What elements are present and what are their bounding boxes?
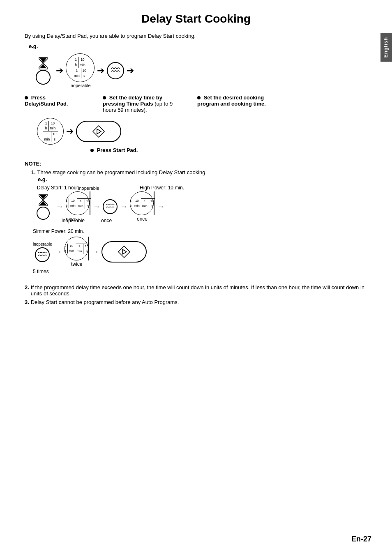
start-diamond-icon xyxy=(92,125,105,138)
simmer-diagram-row: inoperable → xyxy=(33,237,367,267)
tp3-1min: 1min xyxy=(77,199,85,209)
first-diagram-row: ➔ 1h 10min 1min 10s inoperable ➔ xyxy=(33,53,367,88)
tp4-10min: 10min xyxy=(133,198,141,208)
tp5-1h: 1h xyxy=(63,244,67,253)
time-pad-4[interactable]: 1h 10min 1min 10s xyxy=(130,191,154,215)
bullet-dot-4 xyxy=(90,149,94,152)
tp5-10min: 10min xyxy=(67,244,76,253)
arrow-7: → xyxy=(120,203,127,210)
time-pad-group-1: 1h 10min 1min 10s inoperable xyxy=(66,53,95,88)
page: English Delay Start Cooking By using Del… xyxy=(0,0,392,555)
bottom-notes: 2. If the programmed delay time exceeds … xyxy=(25,284,367,305)
bullet-2: Set the delay time by pressing Time Pads… xyxy=(103,94,185,113)
delay-stand-pad-2[interactable] xyxy=(37,207,50,220)
svg-marker-3 xyxy=(93,126,104,137)
time-pad-1[interactable]: 1h 10min 1min 10s xyxy=(66,53,95,82)
times-label: 5 times xyxy=(33,269,49,274)
svg-marker-7 xyxy=(118,246,130,258)
hourglass-group-2 xyxy=(33,193,53,220)
time-pad-2[interactable]: 1h 10min 1min 10s xyxy=(37,118,64,145)
bracket-bar-1 xyxy=(90,191,90,215)
simmer-section: Simmer Power: 20 min. inoperable xyxy=(25,228,367,274)
microwave-group-3: inoperable xyxy=(33,242,52,262)
arrow-3: ➔ xyxy=(127,66,134,75)
arrow-6: → xyxy=(93,203,100,210)
tp2-1h: 1h xyxy=(44,121,48,131)
note-2-num: 2. xyxy=(25,284,29,297)
note-2-line: 2. If the programmed delay time exceeds … xyxy=(25,284,367,297)
tp3-10min: 10min xyxy=(69,198,77,208)
svg-marker-1 xyxy=(40,58,46,62)
note-3-num: 3. xyxy=(25,299,29,305)
microwave-icon-1[interactable] xyxy=(107,62,124,79)
microwave-wave-icon-2 xyxy=(105,203,115,210)
start-pad-2[interactable] xyxy=(101,241,147,263)
tp2-1min: 1min xyxy=(43,131,51,142)
time-pad-5[interactable]: 1h 10min 1min 10s xyxy=(65,237,88,260)
delay-stand-pad[interactable] xyxy=(36,70,51,85)
microwave-group-1 xyxy=(107,62,124,79)
microwave-icon-3[interactable] xyxy=(35,247,50,262)
simmer-label: Simmer Power: 20 min. xyxy=(33,228,367,234)
microwave-group-2 xyxy=(103,199,118,214)
svg-marker-5 xyxy=(40,195,46,199)
time-pad-once-group: 1h 10min 1min 10s once inoperable xyxy=(66,191,90,222)
tp-1min: 1min xyxy=(73,68,81,79)
note-2-text: If the programmed delay time exceeds one… xyxy=(31,284,367,297)
time-pad-once-group-2: 1h 10min 1min 10s once xyxy=(130,191,154,222)
arrow-9: → xyxy=(55,248,62,256)
note-3-text: Delay Start cannot be programmed before … xyxy=(31,299,179,305)
tp4-1min: 1min xyxy=(141,199,149,209)
bullet-dot-2 xyxy=(103,96,106,99)
page-number: En-27 xyxy=(351,535,371,543)
inoperable-label-2: inoperable xyxy=(78,186,99,191)
hourglass-icon xyxy=(37,57,49,70)
note-1-num: 1. xyxy=(31,169,37,175)
bullet-1-bold: PressDelay/Stand Pad. xyxy=(25,94,68,107)
note-3-line: 3. Delay Start cannot be programmed befo… xyxy=(25,299,367,305)
arrow-2: ➔ xyxy=(97,66,104,75)
note-1-line: 1. Three stage cooking can be programmed… xyxy=(31,169,367,175)
stage-diagram-row: → 1h 10min 1min 10s xyxy=(33,191,367,222)
bullet-3-bold: Set the desired cooking program and cook… xyxy=(197,94,266,107)
arrow-5: → xyxy=(56,203,63,210)
start-diamond-icon-2 xyxy=(118,245,131,258)
inoperable-label-4: inoperable xyxy=(33,242,52,246)
bullet-2-bold: Set the delay time by pressing Time Pads xyxy=(103,94,162,107)
bullet-1: PressDelay/Stand Pad. xyxy=(25,94,90,107)
once-label-2: once xyxy=(137,216,148,222)
arrow-10: → xyxy=(92,248,99,256)
inoperable-1: inoperable xyxy=(69,83,90,88)
once-label-1: once xyxy=(66,216,76,222)
tp-1h: 1h xyxy=(74,57,78,68)
time-pad-twice-group: 1h 10min 1min 10s twice xyxy=(65,237,89,267)
second-diagram-row: 1h 10min 1min 10s ➔ xyxy=(37,118,367,145)
arrow-8: → xyxy=(157,203,164,210)
times-labels: 5 times xyxy=(33,269,367,274)
bullet-3: Set the desired cooking program and cook… xyxy=(197,94,279,107)
bracket-bar-3 xyxy=(88,237,89,260)
arrow-4: ➔ xyxy=(66,127,74,136)
intro-text: By using Delay/Stand Pad, you are able t… xyxy=(25,33,367,39)
svg-marker-2 xyxy=(40,64,46,68)
time-pad-3[interactable]: 1h 10min 1min 10s xyxy=(66,191,90,215)
twice-label: twice xyxy=(71,261,82,267)
page-title: Delay Start Cooking xyxy=(25,12,367,25)
time-pad-group-2: 1h 10min 1min 10s xyxy=(37,118,64,145)
microwave-wave-icon-3 xyxy=(37,251,47,258)
bracket-bar-2 xyxy=(154,191,154,215)
tp2-10min: 10min xyxy=(48,121,57,131)
once-label-3: once xyxy=(101,218,112,223)
tp4-1h: 1h xyxy=(128,198,132,208)
press-start-label: Press Start Pad. xyxy=(97,147,138,153)
stage-sublabels: inoperable once xyxy=(62,218,367,223)
bullet-dot-3 xyxy=(197,96,201,99)
start-pad-1[interactable] xyxy=(76,121,121,142)
tp-10s: 10s xyxy=(81,68,88,79)
bullets-section: PressDelay/Stand Pad. Set the delay time… xyxy=(25,94,367,113)
tp5-1min: 1min xyxy=(76,244,83,254)
microwave-icon-2[interactable] xyxy=(103,199,118,214)
hourglass-group xyxy=(33,57,53,85)
svg-marker-6 xyxy=(40,201,46,205)
tp2-10s: 10s xyxy=(51,131,58,142)
